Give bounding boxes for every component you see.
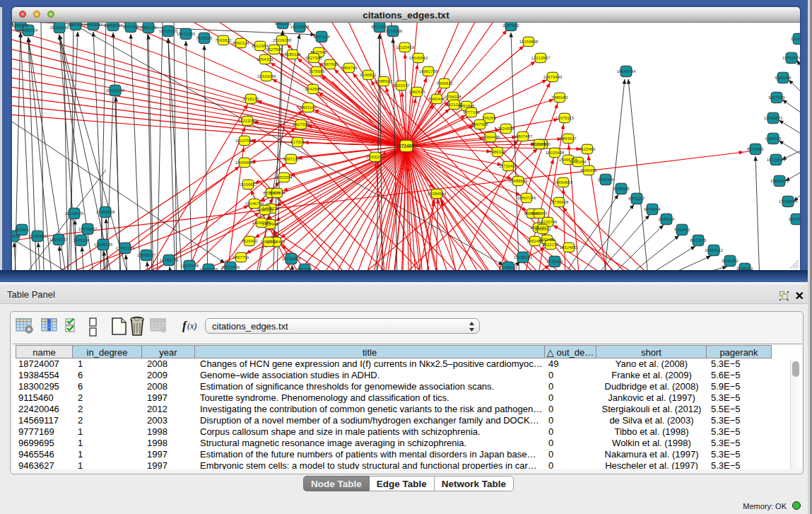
svg-text:14099489: 14099489 (252, 221, 271, 225)
svg-text:3624554: 3624554 (498, 127, 514, 131)
svg-text:19756928: 19756928 (550, 200, 569, 204)
svg-text:9640064: 9640064 (570, 160, 587, 164)
svg-text:17359928: 17359928 (96, 210, 115, 214)
svg-text:9527508: 9527508 (305, 56, 322, 60)
svg-text:9882305: 9882305 (274, 23, 291, 25)
svg-text:5938928: 5938928 (613, 187, 630, 191)
svg-text:15046766: 15046766 (245, 201, 264, 206)
svg-text:7955812: 7955812 (436, 81, 453, 86)
svg-text:17957223: 17957223 (116, 246, 135, 250)
svg-text:(x): (x) (187, 321, 196, 331)
svg-text:1167537: 1167537 (789, 217, 800, 221)
svg-text:18724007: 18724007 (396, 144, 417, 148)
svg-text:7625402: 7625402 (241, 239, 258, 243)
svg-text:2935114: 2935114 (659, 217, 676, 221)
svg-text:10807487: 10807487 (514, 134, 533, 139)
svg-text:1733426: 1733426 (546, 259, 563, 264)
svg-text:9115460: 9115460 (579, 147, 596, 151)
svg-text:2367608: 2367608 (322, 62, 339, 66)
svg-text:9527505: 9527505 (266, 47, 283, 52)
svg-text:12213967: 12213967 (531, 56, 551, 60)
svg-text:8660124: 8660124 (233, 41, 249, 45)
svg-text:8451845: 8451845 (458, 104, 475, 108)
svg-text:9227349: 9227349 (768, 95, 785, 100)
svg-text:9857791: 9857791 (296, 267, 313, 270)
svg-text:9146821: 9146821 (360, 73, 377, 77)
svg-text:1527602: 1527602 (122, 25, 139, 29)
svg-text:15692971: 15692971 (770, 179, 789, 183)
svg-text:19138141: 19138141 (499, 265, 518, 269)
svg-text:1588520: 1588520 (375, 79, 392, 83)
svg-text:10923456: 10923456 (221, 265, 240, 269)
svg-text:9777169: 9777169 (463, 110, 480, 115)
svg-text:16210643: 16210643 (767, 158, 786, 162)
svg-text:6216090: 6216090 (531, 142, 548, 146)
svg-text:1405572: 1405572 (12, 23, 29, 28)
svg-text:19054985: 19054985 (235, 160, 254, 165)
svg-text:9699695: 9699695 (580, 168, 597, 173)
svg-text:6466160: 6466160 (140, 25, 157, 30)
svg-text:2087682: 2087682 (502, 23, 519, 28)
svg-text:12213389: 12213389 (238, 119, 257, 123)
svg-text:11325419: 11325419 (396, 45, 415, 49)
svg-text:10973493: 10973493 (543, 75, 563, 79)
svg-text:19654923: 19654923 (554, 180, 573, 185)
svg-text:14055724: 14055724 (19, 28, 38, 33)
svg-text:19384554: 19384554 (428, 192, 447, 196)
svg-text:10719185: 10719185 (159, 29, 178, 33)
svg-text:20364436: 20364436 (481, 135, 500, 139)
svg-text:317006: 317006 (290, 140, 305, 144)
svg-text:1145194: 1145194 (73, 238, 90, 243)
svg-text:6794028: 6794028 (445, 95, 461, 99)
svg-text:10654112: 10654112 (705, 248, 724, 252)
svg-text:7515526: 7515526 (196, 36, 213, 40)
svg-text:6497508: 6497508 (471, 122, 488, 127)
svg-text:7357224: 7357224 (313, 35, 330, 39)
svg-text:9329966: 9329966 (775, 76, 792, 80)
svg-text:8471676: 8471676 (690, 238, 707, 243)
svg-text:6879197: 6879197 (628, 197, 645, 201)
svg-text:1691772: 1691772 (260, 240, 277, 244)
svg-text:16033809: 16033809 (290, 25, 310, 29)
svg-text:1352485: 1352485 (539, 238, 555, 242)
svg-text:8990448: 8990448 (428, 97, 445, 101)
svg-text:8454749: 8454749 (341, 66, 358, 70)
svg-text:16961758: 16961758 (419, 69, 438, 74)
svg-text:10975867: 10975867 (78, 227, 98, 231)
svg-text:9463627: 9463627 (560, 136, 577, 141)
svg-text:1353594: 1353594 (276, 175, 293, 180)
svg-text:19218506: 19218506 (384, 29, 403, 33)
svg-text:9245052: 9245052 (736, 267, 753, 270)
svg-text:1362615: 1362615 (408, 90, 425, 94)
svg-text:22420046: 22420046 (257, 74, 276, 78)
svg-text:9862990: 9862990 (67, 23, 84, 27)
svg-text:23226058: 23226058 (273, 38, 292, 42)
svg-text:3267130: 3267130 (283, 157, 300, 161)
svg-text:15300293: 15300293 (366, 155, 385, 159)
svg-text:8215955: 8215955 (747, 147, 764, 151)
svg-text:18524851: 18524851 (560, 245, 579, 250)
svg-text:11156829: 11156829 (28, 234, 47, 238)
svg-text:12093872: 12093872 (764, 116, 783, 120)
svg-text:18107553: 18107553 (235, 139, 254, 143)
svg-text:20091406: 20091406 (50, 25, 69, 30)
svg-text:9427552: 9427552 (293, 122, 310, 127)
svg-text:1112459: 1112459 (791, 37, 800, 41)
svg-text:9245052: 9245052 (722, 259, 739, 263)
svg-text:18640910: 18640910 (409, 56, 428, 60)
svg-text:10025438: 10025438 (546, 151, 565, 155)
svg-text:12942757: 12942757 (49, 238, 69, 242)
svg-text:10292759: 10292759 (199, 267, 218, 270)
svg-text:15136141: 15136141 (514, 255, 533, 259)
svg-text:16782759: 16782759 (160, 258, 179, 262)
svg-text:16648784: 16648784 (617, 69, 636, 74)
svg-text:9457791: 9457791 (233, 255, 249, 259)
svg-text:7485063: 7485063 (551, 95, 568, 100)
svg-text:1054339: 1054339 (257, 57, 273, 62)
svg-text:746266: 746266 (482, 116, 497, 120)
svg-text:1498225: 1498225 (257, 208, 273, 212)
svg-text:5567834: 5567834 (269, 191, 286, 195)
svg-text:16671355: 16671355 (177, 32, 196, 36)
svg-text:3675685: 3675685 (308, 69, 325, 74)
svg-text:10653267: 10653267 (104, 23, 123, 28)
